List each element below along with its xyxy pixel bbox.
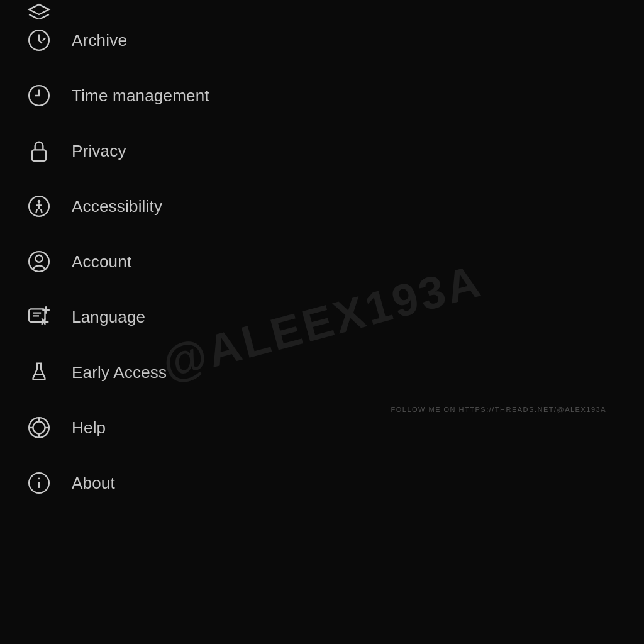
menu-item-early-access[interactable]: Early Access — [0, 345, 644, 400]
lock-icon — [25, 137, 53, 165]
svg-point-4 — [38, 200, 41, 203]
account-label: Account — [72, 252, 131, 272]
svg-point-19 — [33, 422, 45, 434]
menu-item-account[interactable]: Account — [0, 234, 644, 289]
svg-rect-2 — [32, 150, 46, 160]
svg-point-26 — [38, 478, 40, 480]
accessibility-icon — [25, 192, 53, 220]
menu-item-language[interactable]: Language — [0, 289, 644, 345]
help-icon — [25, 414, 53, 441]
svg-point-10 — [35, 255, 42, 262]
privacy-label: Privacy — [72, 142, 126, 161]
menu-item-accessibility[interactable]: Accessibility — [0, 179, 644, 234]
menu-item-privacy[interactable]: Privacy — [0, 123, 644, 179]
menu-item-time-management[interactable]: Time management — [0, 68, 644, 123]
menu-item-help[interactable]: Help — [0, 400, 644, 455]
accessibility-label: Accessibility — [72, 197, 162, 216]
help-label: Help — [72, 418, 106, 438]
language-label: Language — [72, 308, 145, 327]
early-access-label: Early Access — [72, 363, 167, 382]
menu-item-about[interactable]: About — [0, 455, 644, 511]
clock-icon — [25, 82, 53, 109]
menu-list: Archive Time management Privacy — [0, 6, 644, 517]
language-icon — [25, 303, 53, 331]
archive-icon — [25, 26, 53, 54]
svg-line-7 — [36, 209, 37, 213]
account-icon — [25, 248, 53, 275]
flask-icon — [25, 358, 53, 386]
svg-line-8 — [41, 209, 42, 213]
about-label: About — [72, 474, 115, 493]
time-management-label: Time management — [72, 86, 209, 106]
menu-item-archive[interactable]: Archive — [0, 13, 644, 68]
archive-label: Archive — [72, 31, 127, 50]
info-icon — [25, 469, 53, 497]
